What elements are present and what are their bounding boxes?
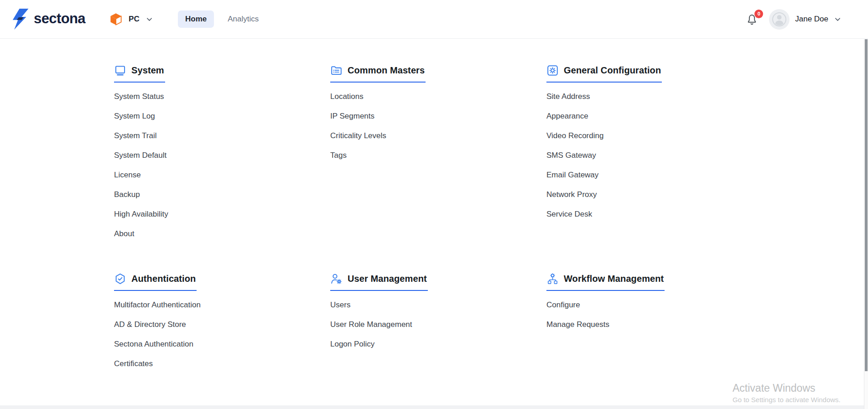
section-items: UsersUser Role ManagementLogon Policy [330,295,546,354]
tab-home[interactable]: Home [178,10,214,28]
menu-item-multifactor-authentication[interactable]: Multifactor Authentication [114,295,201,315]
product-selector[interactable]: PC [109,12,153,26]
section-workflow-management: Workflow Management ConfigureManage Requ… [546,273,763,373]
user-name: Jane Doe [795,15,828,24]
top-nav: sectona PC Home Analytics 0 Jane Doe [0,0,868,39]
primary-tabs: Home Analytics [178,10,266,28]
menu-item-system-default[interactable]: System Default [114,145,166,165]
vertical-scrollbar [864,39,868,409]
section-common-masters: Common Masters LocationsIP SegmentsCriti… [330,64,546,243]
menu-item-locations[interactable]: Locations [330,87,364,106]
avatar-person-icon [769,9,790,30]
workflow-icon [546,273,559,285]
menu-item-user-role-management[interactable]: User Role Management [330,315,412,334]
menu-item-criticality-levels[interactable]: Criticality Levels [330,126,386,145]
menu-item-system-status[interactable]: System Status [114,87,164,106]
monitor-icon [114,64,126,77]
menu-item-service-desk[interactable]: Service Desk [546,204,592,224]
notifications-button[interactable]: 0 [746,13,758,26]
section-title: Authentication [131,274,196,284]
section-user-management: User Management UsersUser Role Managemen… [330,273,546,373]
watermark-subtitle: Go to Settings to activate Windows. [733,396,841,404]
section-title: General Configuration [564,65,661,76]
user-menu[interactable]: Jane Doe [769,9,842,30]
settings-grid: System System StatusSystem LogSystem Tra… [114,64,868,373]
menu-item-ip-segments[interactable]: IP Segments [330,106,374,126]
menu-item-about[interactable]: About [114,224,134,243]
section-title: System [131,65,164,76]
section-header: Common Masters [330,64,426,83]
menu-item-ad-directory-store[interactable]: AD & Directory Store [114,315,186,334]
chevron-down-icon [146,16,153,23]
avatar [769,9,790,30]
section-header: Workflow Management [546,273,665,291]
menu-item-sectona-authentication[interactable]: Sectona Authentication [114,334,193,354]
menu-item-configure[interactable]: Configure [546,295,580,315]
chevron-down-icon [834,16,842,23]
section-items: ConfigureManage Requests [546,295,763,334]
gear-square-icon [546,64,559,77]
notification-badge: 0 [754,10,763,18]
menu-item-certificates[interactable]: Certificates [114,354,153,373]
section-items: System StatusSystem LogSystem TrailSyste… [114,87,330,243]
section-items: Site AddressAppearanceVideo RecordingSMS… [546,87,763,224]
menu-item-system-trail[interactable]: System Trail [114,126,157,145]
section-title: User Management [348,274,427,284]
section-items: LocationsIP SegmentsCriticality LevelsTa… [330,87,546,165]
folder-list-icon [330,64,343,77]
watermark-title: Activate Windows [733,382,841,394]
menu-item-license[interactable]: License [114,165,141,185]
section-system: System System StatusSystem LogSystem Tra… [114,64,330,243]
menu-item-backup[interactable]: Backup [114,185,140,204]
section-general-configuration: General Configuration Site AddressAppear… [546,64,763,243]
menu-item-site-address[interactable]: Site Address [546,87,590,106]
activate-windows-watermark: Activate Windows Go to Settings to activ… [733,382,841,404]
menu-item-high-availability[interactable]: High Availability [114,204,168,224]
section-items: Multifactor AuthenticationAD & Directory… [114,295,330,373]
menu-item-system-log[interactable]: System Log [114,106,155,126]
brand-logo[interactable]: sectona [8,7,85,31]
menu-item-appearance[interactable]: Appearance [546,106,588,126]
menu-item-tags[interactable]: Tags [330,145,347,165]
header-actions: 0 Jane Doe [746,9,854,30]
menu-item-logon-policy[interactable]: Logon Policy [330,334,374,354]
menu-item-sms-gateway[interactable]: SMS Gateway [546,145,596,165]
sectona-bolt-icon [8,7,29,31]
menu-item-email-gateway[interactable]: Email Gateway [546,165,598,185]
tab-analytics[interactable]: Analytics [220,10,266,28]
section-title: Common Masters [348,65,425,76]
cube-icon [109,12,123,26]
menu-item-users[interactable]: Users [330,295,350,315]
section-header: Authentication [114,273,197,291]
scrollbar-thumb[interactable] [865,39,868,371]
menu-item-video-recording[interactable]: Video Recording [546,126,603,145]
settings-page: System System StatusSystem LogSystem Tra… [0,39,868,373]
hexagon-check-icon [114,273,126,285]
section-header: User Management [330,273,428,291]
section-authentication: Authentication Multifactor Authenticatio… [114,273,330,373]
section-header: General Configuration [546,64,662,83]
menu-item-network-proxy[interactable]: Network Proxy [546,185,597,204]
brand-wordmark: sectona [34,10,85,28]
bottom-scrollbar-track [0,405,864,409]
product-label: PC [129,15,140,24]
user-gear-icon [330,273,343,285]
section-header: System [114,64,165,83]
menu-item-manage-requests[interactable]: Manage Requests [546,315,609,334]
section-title: Workflow Management [564,274,664,284]
